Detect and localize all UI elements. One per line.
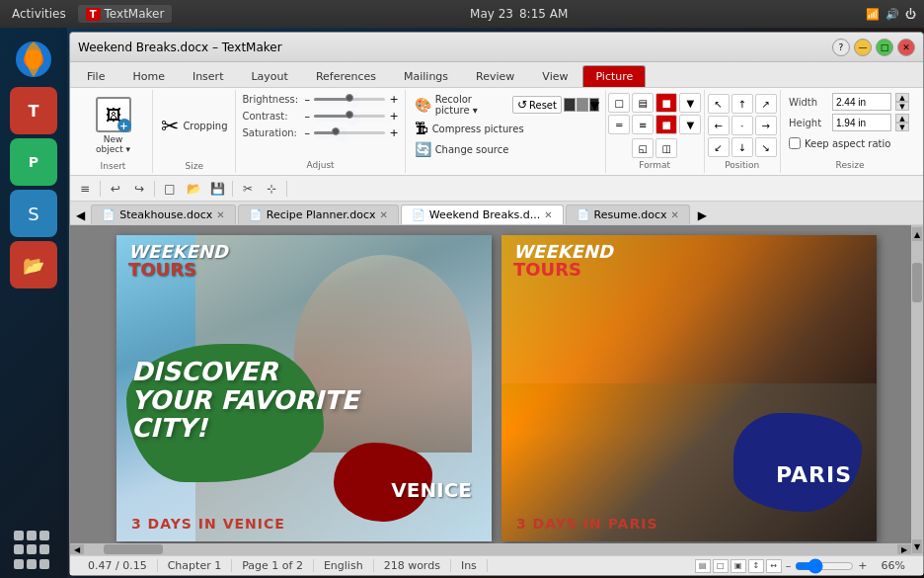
reset-area: ↺ Reset ▼ xyxy=(512,96,599,114)
keep-aspect-checkbox[interactable] xyxy=(789,137,801,149)
view-btn-4[interactable]: ↕ xyxy=(748,559,764,573)
view-btn-1[interactable]: ▤ xyxy=(695,559,711,573)
tab-steakhouse[interactable]: 📄 Steakhouse.docx ✕ xyxy=(91,205,236,224)
zoom-slider[interactable] xyxy=(795,558,854,574)
tab-resume[interactable]: 📄 Resume.docx ✕ xyxy=(566,205,690,224)
tab-references[interactable]: References xyxy=(303,65,389,87)
line-btn-2[interactable]: ≡ xyxy=(632,115,654,134)
toolbar-new-btn[interactable]: □ xyxy=(159,179,181,199)
tab-file[interactable]: File xyxy=(74,65,117,87)
view-btn-3[interactable]: ▣ xyxy=(731,559,746,573)
vertical-scrollbar[interactable]: ▲ ▼ xyxy=(911,225,923,555)
toolbar-redo-btn[interactable]: ↪ xyxy=(128,179,150,199)
steakhouse-tab-close[interactable]: ✕ xyxy=(216,209,224,220)
view-btn-2[interactable]: □ xyxy=(713,559,729,573)
tab-weekend-breaks[interactable]: 📄 Weekend Breaks.d... ✕ xyxy=(401,205,564,224)
recipe-tab-close[interactable]: ✕ xyxy=(379,209,387,220)
zoom-minus[interactable]: – xyxy=(786,559,792,572)
pos-btn-4[interactable]: ← xyxy=(708,116,730,135)
tab-home[interactable]: Home xyxy=(119,65,177,87)
horizontal-scrollbar[interactable]: ◀ ▶ xyxy=(70,543,911,555)
change-source-button[interactable]: 🔄 Change source xyxy=(412,140,599,158)
toolbar-save-btn[interactable]: 💾 xyxy=(206,179,228,199)
swatch-dark[interactable] xyxy=(564,98,576,112)
pos-btn-8[interactable]: ↓ xyxy=(732,137,753,157)
tab-picture[interactable]: Picture xyxy=(582,65,646,87)
pos-btn-7[interactable]: ↙ xyxy=(708,137,730,157)
height-up[interactable]: ▲ xyxy=(895,114,909,123)
blue-app-dock-icon[interactable]: S xyxy=(10,190,57,237)
scroll-down-btn[interactable]: ▼ xyxy=(912,539,922,553)
effects-btn[interactable]: ◫ xyxy=(655,138,677,158)
scroll-thumb[interactable] xyxy=(912,263,922,302)
saturation-slider[interactable] xyxy=(314,126,393,142)
textmaker-dock-icon[interactable]: T xyxy=(10,87,57,134)
cropping-button[interactable]: ✂ Cropping xyxy=(156,111,233,141)
help-button[interactable]: ? xyxy=(832,39,850,56)
toolbar-copy-btn[interactable]: ⊹ xyxy=(261,179,282,199)
activities-button[interactable]: Activities xyxy=(8,5,70,23)
green-app-dock-icon[interactable]: P xyxy=(10,138,57,186)
width-up[interactable]: ▲ xyxy=(895,93,909,102)
toolbar-sep-1 xyxy=(100,181,101,197)
pos-btn-1[interactable]: ↖ xyxy=(708,94,730,114)
red-app-dock-icon[interactable]: 📂 xyxy=(10,241,57,289)
scroll-left-btn[interactable]: ◀ xyxy=(70,544,84,554)
tab-recipe-planner[interactable]: 📄 Recipe Planner.docx ✕ xyxy=(238,205,399,224)
toolbar-open-btn[interactable]: 📂 xyxy=(183,179,204,199)
reset-button[interactable]: ↺ Reset xyxy=(512,96,562,114)
border-style-btn-2[interactable]: ▤ xyxy=(632,93,654,113)
contrast-slider[interactable] xyxy=(314,110,393,125)
pos-btn-2[interactable]: ↑ xyxy=(732,94,753,114)
tab-next-btn[interactable]: ▶ xyxy=(692,206,713,224)
view-btn-5[interactable]: ↔ xyxy=(766,559,782,573)
shadow-btn[interactable]: ◱ xyxy=(632,138,654,158)
textmaker-taskbar-app[interactable]: T TextMaker xyxy=(78,5,173,23)
border-style-btn-1[interactable]: □ xyxy=(608,93,630,113)
brightness-slider[interactable] xyxy=(314,93,393,109)
ribbon-group-picture-tools: 🎨 Recolor picture ▾ ↺ Reset xyxy=(406,90,606,173)
contrast-minus[interactable]: – xyxy=(304,110,310,123)
pos-btn-3[interactable]: ↗ xyxy=(755,94,777,114)
compress-button[interactable]: 🗜 Compress pictures xyxy=(412,120,599,137)
border-dropdown[interactable]: ▼ xyxy=(679,93,701,113)
firefox-icon[interactable] xyxy=(10,36,57,83)
resume-tab-close[interactable]: ✕ xyxy=(670,209,678,220)
recolor-button[interactable]: 🎨 Recolor picture ▾ xyxy=(412,93,504,117)
width-input[interactable] xyxy=(832,93,891,111)
border-style-btn-3[interactable]: ■ xyxy=(655,93,677,113)
close-button[interactable]: ✕ xyxy=(897,39,915,56)
width-down[interactable]: ▼ xyxy=(895,102,909,111)
tab-insert[interactable]: Insert xyxy=(180,65,237,87)
scroll-right-btn[interactable]: ▶ xyxy=(897,544,911,554)
new-object-button[interactable]: 🖼 + Newobject ▾ xyxy=(90,93,137,158)
pos-btn-6[interactable]: → xyxy=(755,116,777,135)
app-grid-button[interactable] xyxy=(14,531,53,570)
tab-prev-btn[interactable]: ◀ xyxy=(70,206,91,224)
height-down[interactable]: ▼ xyxy=(895,123,909,131)
scroll-thumb-h[interactable] xyxy=(104,544,163,554)
pos-btn-9[interactable]: ↘ xyxy=(755,137,777,157)
line-dropdown[interactable]: ▼ xyxy=(679,115,701,134)
maximize-button[interactable]: □ xyxy=(876,39,893,56)
pos-btn-5[interactable]: · xyxy=(732,116,753,135)
toolbar-cut-btn[interactable]: ✂ xyxy=(237,179,259,199)
swatch-drop[interactable]: ▼ xyxy=(589,98,599,112)
line-btn-3[interactable]: ■ xyxy=(655,115,677,134)
tab-view[interactable]: View xyxy=(529,65,580,87)
zoom-plus[interactable]: + xyxy=(858,559,867,572)
weekend-tab-close[interactable]: ✕ xyxy=(544,209,552,220)
tab-layout[interactable]: Layout xyxy=(238,65,300,87)
toolbar-menu-btn[interactable]: ≡ xyxy=(74,179,96,199)
brightness-minus[interactable]: – xyxy=(304,93,310,106)
height-input[interactable] xyxy=(832,114,891,131)
document-area[interactable]: WEEKEND TOURS DISCOVERYOUR FAVORITECITY!… xyxy=(70,225,923,555)
line-btn-1[interactable]: ═ xyxy=(608,115,630,134)
tab-mailings[interactable]: Mailings xyxy=(391,65,461,87)
tab-review[interactable]: Review xyxy=(463,65,527,87)
minimize-button[interactable]: — xyxy=(854,39,872,56)
saturation-minus[interactable]: – xyxy=(304,126,310,139)
toolbar-undo-btn[interactable]: ↩ xyxy=(105,179,126,199)
scroll-up-btn[interactable]: ▲ xyxy=(912,227,922,241)
swatch-mid[interactable] xyxy=(577,98,588,112)
